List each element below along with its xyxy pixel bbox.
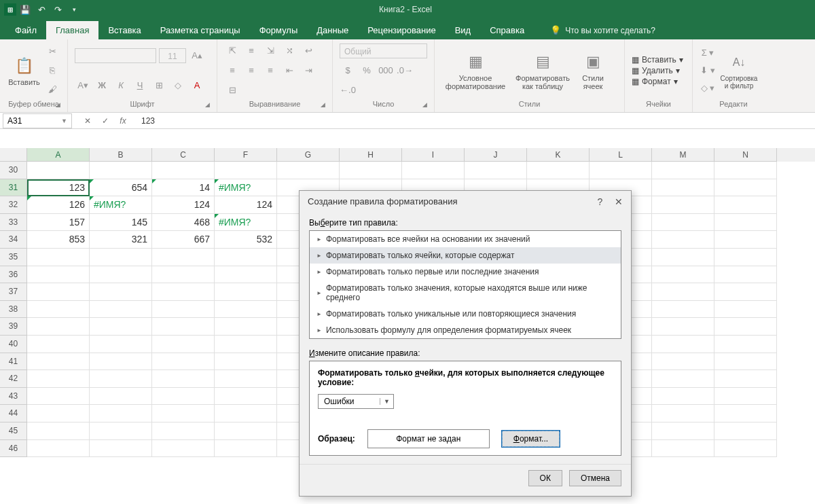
cell[interactable] [714,283,777,301]
row-header[interactable]: 34 [0,231,27,249]
column-header[interactable]: N [714,148,777,162]
cell[interactable] [90,336,152,353]
column-header[interactable]: L [590,148,652,162]
tab-layout[interactable]: Разметка страницы [151,21,250,39]
row-header[interactable]: 35 [0,249,27,266]
cell[interactable] [27,162,90,179]
cell[interactable]: 853 [27,231,90,249]
cell[interactable] [465,162,527,179]
cell[interactable] [652,440,714,458]
cell[interactable] [652,405,714,422]
cell[interactable] [27,249,90,266]
dialog-launcher-icon[interactable]: ◢ [205,101,210,108]
cell[interactable] [152,422,215,440]
cell[interactable]: 124 [152,196,215,214]
cell[interactable] [652,179,714,197]
cell[interactable] [90,370,152,388]
cell[interactable] [652,266,714,284]
cell[interactable] [714,214,777,232]
row-header[interactable]: 40 [0,336,27,353]
cell[interactable] [215,283,277,301]
decrease-font-icon[interactable]: A▾ [75,77,91,92]
cell[interactable] [714,336,777,353]
cell[interactable] [27,301,90,319]
autosum-icon[interactable]: Σ ▾ [700,46,716,60]
comma-icon[interactable]: 000 [378,63,394,78]
cell[interactable] [652,422,714,440]
cell[interactable] [90,162,152,179]
sort-filter-button[interactable]: A↓ Сортировка и фильтр [719,52,759,90]
format-as-table-button[interactable]: ▤ Форматировать как таблицу [512,51,573,90]
help-icon[interactable]: ? [598,196,603,207]
cell[interactable]: 126 [27,196,90,214]
cell[interactable]: 123 [27,179,90,197]
cell[interactable]: 532 [215,231,277,249]
cell[interactable] [27,422,90,440]
rule-type-item[interactable]: Форматировать только уникальные или повт… [310,306,621,322]
cell[interactable] [152,336,215,353]
cell[interactable] [714,179,777,197]
bold-icon[interactable]: Ж [94,77,110,92]
number-format-select[interactable]: Общий [340,43,427,58]
cell[interactable] [27,370,90,388]
cell[interactable] [90,440,152,458]
conditional-formatting-button[interactable]: ▦ Условное форматирование [441,51,509,90]
row-header[interactable]: 33 [0,214,27,232]
underline-icon[interactable]: Ч [132,77,148,92]
align-right-icon[interactable]: ≡ [262,63,278,78]
rule-type-list[interactable]: Форматировать все ячейки на основании их… [309,230,621,339]
align-left-icon[interactable]: ≡ [224,63,240,78]
cell[interactable]: 124 [215,196,277,214]
cell[interactable] [215,162,277,179]
tab-help[interactable]: Справка [480,21,534,39]
select-all-corner[interactable] [0,148,27,162]
cell[interactable] [215,353,277,371]
cell[interactable] [90,266,152,284]
condition-type-select[interactable]: Ошибки ▼ [318,394,394,409]
cell[interactable]: 667 [152,231,215,249]
formula-input[interactable]: 123 [136,116,815,126]
redo-icon[interactable]: ↷ [50,2,65,17]
inc-decimal-icon[interactable]: .0→ [397,63,413,78]
column-header[interactable]: G [277,148,340,162]
row-header[interactable]: 42 [0,370,27,388]
cell[interactable] [652,249,714,266]
tab-data[interactable]: Данные [307,21,358,39]
cell[interactable] [152,370,215,388]
row-header[interactable]: 32 [0,196,27,214]
fill-icon[interactable]: ⬇ ▾ [700,63,716,78]
column-header[interactable]: M [652,148,714,162]
qat-dropdown-icon[interactable]: ▾ [67,2,82,17]
row-header[interactable]: 38 [0,301,27,319]
cell[interactable] [714,318,777,336]
column-header[interactable]: K [527,148,590,162]
column-header[interactable]: F [215,148,277,162]
cell[interactable] [152,249,215,266]
cell[interactable]: 321 [90,231,152,249]
cell[interactable] [90,422,152,440]
cell[interactable] [714,388,777,406]
column-header[interactable]: A [27,148,90,162]
cell[interactable]: 157 [27,214,90,232]
cell[interactable] [277,162,340,179]
cell[interactable] [527,162,590,179]
row-header[interactable]: 31 [0,179,27,197]
clear-icon[interactable]: ◇ ▾ [700,81,716,96]
tell-me-search[interactable]: 💡 Что вы хотите сделать? [542,21,664,39]
indent-dec-icon[interactable]: ⇤ [281,63,297,78]
cell[interactable] [652,214,714,232]
cell[interactable]: #ИМЯ? [215,214,277,232]
cell[interactable] [90,388,152,406]
row-header[interactable]: 36 [0,266,27,284]
rule-type-item[interactable]: Форматировать все ячейки на основании их… [310,231,621,247]
cell[interactable] [215,318,277,336]
cell[interactable] [652,283,714,301]
cell[interactable] [340,162,402,179]
dialog-launcher-icon[interactable]: ◢ [56,101,60,108]
cell[interactable] [215,249,277,266]
cell[interactable]: 468 [152,214,215,232]
cell[interactable] [90,353,152,371]
cell[interactable] [27,405,90,422]
align-bot-icon[interactable]: ⇲ [262,43,278,58]
cell[interactable] [714,249,777,266]
